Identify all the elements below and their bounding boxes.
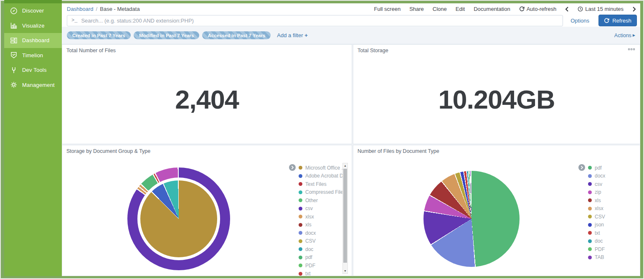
legend-label: pdf xyxy=(595,165,602,171)
legend-color-dot xyxy=(588,190,592,194)
legend-item-zip[interactable]: zip xyxy=(588,188,605,197)
actions-link[interactable]: Actions ▶ xyxy=(614,33,635,38)
metric-total-files: 2,404 xyxy=(62,84,352,114)
legend-item-csv[interactable]: csv xyxy=(299,205,347,213)
legend-scrollbar[interactable]: ▲ ▼ xyxy=(342,163,348,274)
scroll-down-icon[interactable]: ▼ xyxy=(343,269,347,274)
auto-refresh-label: Auto-refresh xyxy=(527,6,557,12)
legend-item-txt[interactable]: txt xyxy=(299,270,347,278)
chevron-left-icon xyxy=(565,7,569,12)
sidebar: DiscoverVisualizeDashboardTimelionDev To… xyxy=(4,3,62,276)
files-pie-chart[interactable] xyxy=(423,171,520,267)
legend-item-xls[interactable]: xls xyxy=(299,221,347,229)
legend-item-pdf[interactable]: PDF xyxy=(299,261,347,270)
panel-options-icon[interactable] xyxy=(628,48,635,50)
scrollbar-thumb[interactable] xyxy=(343,169,347,263)
legend-item-pdf[interactable]: PDF xyxy=(588,245,605,254)
breadcrumb-current: Base - Metadata xyxy=(100,6,139,12)
legend-collapse-icon[interactable] xyxy=(289,164,296,171)
scroll-up-icon[interactable]: ▲ xyxy=(343,163,347,168)
sidebar-item-discover[interactable]: Discover xyxy=(4,3,62,18)
menu-item-share[interactable]: Share xyxy=(409,6,424,12)
time-forward-button[interactable] xyxy=(632,7,636,12)
legend-color-dot xyxy=(588,166,592,170)
legend-item-csv[interactable]: csv xyxy=(588,180,605,188)
legend-color-dot xyxy=(299,247,302,251)
search-input[interactable] xyxy=(81,18,563,24)
legend-item-doc[interactable]: doc xyxy=(299,245,347,254)
legend-item-docx[interactable]: docx xyxy=(299,229,347,237)
legend-item-xlsx[interactable]: xlsx xyxy=(588,205,605,213)
breadcrumb-dashboard-link[interactable]: Dashboard xyxy=(67,6,94,12)
legend-color-dot xyxy=(588,182,592,186)
storage-pie-legend: Microsoft Office ...Adobe Acrobat D...Te… xyxy=(299,164,347,278)
auto-refresh-button[interactable]: Auto-refresh xyxy=(519,6,557,12)
filter-pill[interactable]: Modified in Past 7 Years xyxy=(134,31,199,39)
sidebar-item-dashboard[interactable]: Dashboard xyxy=(4,33,62,48)
legend-color-dot xyxy=(588,239,592,243)
legend-item-microsoft-office[interactable]: Microsoft Office ... xyxy=(299,164,347,172)
options-link[interactable]: Options xyxy=(570,18,589,24)
time-range-label: Last 15 minutes xyxy=(585,6,624,12)
legend-collapse-icon[interactable] xyxy=(578,164,585,171)
legend-color-dot xyxy=(299,207,302,211)
legend-color-dot xyxy=(299,166,302,170)
sidebar-item-label: Dashboard xyxy=(22,37,49,43)
compass-icon xyxy=(10,7,18,15)
legend-item-json[interactable]: json xyxy=(588,221,605,229)
legend-item-csv[interactable]: CSV xyxy=(299,237,347,246)
sidebar-item-label: Management xyxy=(22,82,55,88)
menu-item-full-screen[interactable]: Full screen xyxy=(374,6,401,12)
legend-color-dot xyxy=(588,198,592,202)
legend-label: Adobe Acrobat D... xyxy=(305,173,347,179)
shield-icon xyxy=(10,51,18,59)
sidebar-top-strip xyxy=(4,0,62,3)
refresh-button[interactable]: Refresh xyxy=(598,15,637,26)
legend-label: txt xyxy=(305,271,311,276)
legend-label: xlsx xyxy=(595,205,603,211)
legend-label: Microsoft Office ... xyxy=(305,165,345,171)
legend-label: xlsx xyxy=(305,214,314,220)
sidebar-item-visualize[interactable]: Visualize xyxy=(4,18,62,33)
filter-pill[interactable]: Accessed in Past 7 Years xyxy=(202,31,271,39)
time-back-button[interactable] xyxy=(565,7,569,12)
time-range-picker[interactable]: Last 15 minutes xyxy=(578,6,624,12)
legend-item-pdf[interactable]: pdf xyxy=(588,164,605,172)
sidebar-item-timelion[interactable]: Timelion xyxy=(4,48,62,63)
add-filter-link[interactable]: Add a filter + xyxy=(277,32,307,38)
legend-item-doc[interactable]: doc xyxy=(588,237,605,246)
storage-inner-pie[interactable] xyxy=(140,180,217,257)
top-nav-bar: Dashboard / Base - Metadata Full screenS… xyxy=(62,3,640,15)
sidebar-item-dev-tools[interactable]: Dev Tools xyxy=(4,63,62,78)
menu-item-clone[interactable]: Clone xyxy=(433,6,447,12)
legend-label: PDF xyxy=(595,246,605,252)
storage-donut-chart[interactable] xyxy=(127,167,230,270)
legend-item-pdf[interactable]: pdf xyxy=(299,254,347,262)
legend-color-dot xyxy=(299,264,302,267)
menu-item-documentation[interactable]: Documentation xyxy=(474,6,510,12)
legend-color-dot xyxy=(299,215,302,218)
search-bar-row: >_ Options Refresh xyxy=(62,14,640,27)
actions-label: Actions xyxy=(614,33,631,38)
menu-item-edit[interactable]: Edit xyxy=(456,6,465,12)
sidebar-item-management[interactable]: Management xyxy=(4,78,62,93)
chevron-right-icon xyxy=(632,7,636,12)
legend-item-other[interactable]: Other xyxy=(299,196,347,205)
legend-item-docx[interactable]: docx xyxy=(588,172,605,180)
legend-color-dot xyxy=(299,231,302,235)
legend-item-tab[interactable]: TAB xyxy=(588,254,605,262)
legend-item-txt[interactable]: txt xyxy=(588,229,605,237)
legend-item-compressed-files[interactable]: Compressed Files xyxy=(299,188,347,197)
caret-right-icon: ▶ xyxy=(633,33,635,37)
legend-item-csv[interactable]: CSV xyxy=(588,213,605,221)
legend-item-xlsx[interactable]: xlsx xyxy=(299,213,347,221)
legend-item-adobe-acrobat-d[interactable]: Adobe Acrobat D... xyxy=(299,172,347,180)
sidebar-item-label: Dev Tools xyxy=(22,67,47,73)
legend-color-dot xyxy=(299,272,302,276)
legend-label: xls xyxy=(305,222,312,228)
legend-item-text-files[interactable]: Text Files xyxy=(299,180,347,188)
filter-pill[interactable]: Created in Past 7 Years xyxy=(67,31,131,39)
legend-item-xls[interactable]: xls xyxy=(588,196,605,205)
bar-chart-icon xyxy=(10,21,18,30)
refresh-icon xyxy=(604,18,609,23)
